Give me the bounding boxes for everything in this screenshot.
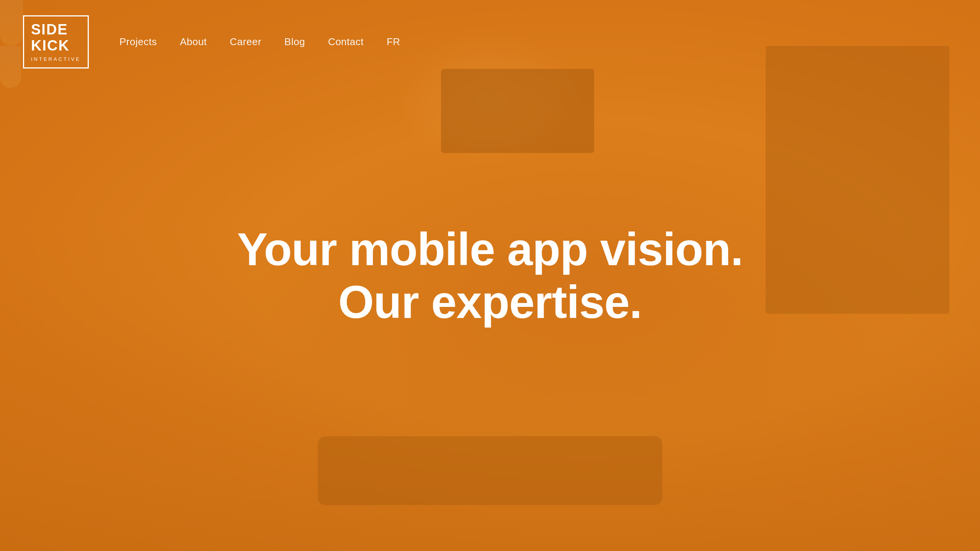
nav-item-fr[interactable]: FR	[387, 36, 400, 48]
nav-item-about[interactable]: About	[180, 36, 207, 48]
hero-title-line1: Your mobile app vision.	[237, 223, 743, 275]
nav-item-blog[interactable]: Blog	[284, 36, 305, 48]
main-nav: Projects About Career Blog Contact FR	[119, 36, 400, 48]
logo-subtitle: INTERACTIVE	[31, 56, 81, 62]
header: SIDE KICK INTERACTIVE Projects About Car…	[0, 0, 980, 84]
logo-wordmark: SIDE KICK	[31, 22, 70, 54]
nav-item-projects[interactable]: Projects	[119, 36, 157, 48]
hero-section: SIDE KICK INTERACTIVE Projects About Car…	[0, 0, 980, 551]
logo-side: SIDE	[31, 22, 70, 38]
logo[interactable]: SIDE KICK INTERACTIVE	[23, 15, 89, 68]
hero-title-line2: Our expertise.	[338, 276, 642, 328]
hero-title: Your mobile app vision. Our expertise.	[77, 223, 903, 328]
hero-content: Your mobile app vision. Our expertise.	[0, 223, 980, 328]
nav-item-contact[interactable]: Contact	[328, 36, 364, 48]
nav-item-career[interactable]: Career	[230, 36, 261, 48]
logo-kick: KICK	[31, 38, 70, 54]
